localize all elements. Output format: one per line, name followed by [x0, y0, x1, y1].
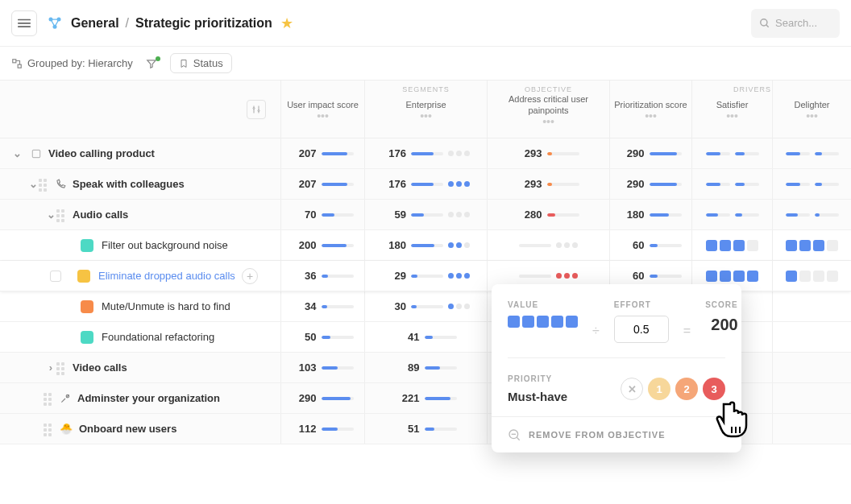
svg-line-18 [517, 437, 519, 440]
popup-value-label: VALUE [508, 300, 578, 309]
app-logo-icon [47, 15, 63, 31]
row-name: Onboard new users [79, 423, 176, 435]
table-row[interactable]: Filter out background noise 200 180 60 [0, 230, 851, 261]
chevron-right-icon[interactable]: › [45, 361, 56, 374]
menu-button[interactable] [11, 10, 37, 36]
row-checkbox[interactable] [50, 271, 61, 282]
status-square-icon [81, 239, 93, 252]
row-name: Mute/Unmute is hard to find [102, 300, 230, 312]
add-button[interactable]: + [242, 268, 258, 284]
divide-icon: ÷ [592, 324, 600, 343]
drag-handle-icon[interactable] [44, 393, 55, 404]
popup-priority-label: PRIORITY [508, 374, 567, 383]
row-name: Speak with colleagues [73, 178, 185, 190]
table-row[interactable]: ⌄ Video calling product 207 176 293 290 [0, 138, 851, 169]
bookmark-icon [179, 59, 189, 68]
row-name: Adminster your organization [77, 392, 220, 404]
equals-icon: = [683, 324, 691, 343]
row-name: Filter out background noise [102, 239, 228, 251]
column-header-impact[interactable]: User impact score ••• [281, 81, 365, 138]
drag-handle-icon[interactable] [56, 209, 68, 221]
svg-rect-0 [18, 19, 31, 20]
product-icon [31, 148, 42, 159]
grouped-by-control[interactable]: Grouped by: Hierarchy [11, 57, 133, 69]
table-row[interactable]: ⌄ Audio calls 70 59 280 180 [0, 200, 851, 230]
remove-icon [508, 428, 521, 441]
priority-clear-button[interactable]: ✕ [621, 378, 643, 400]
column-menu-icon[interactable]: ••• [317, 114, 329, 118]
search-placeholder: Search... [775, 17, 817, 29]
breadcrumb-root[interactable]: General [71, 16, 119, 31]
status-label: Status [193, 57, 223, 69]
breadcrumb-page[interactable]: Strategic prioritization [135, 16, 272, 31]
column-menu-icon[interactable]: ••• [420, 114, 432, 118]
breadcrumb: General / Strategic prioritization [71, 16, 272, 31]
column-menu-icon[interactable]: ••• [645, 114, 657, 118]
svg-rect-2 [18, 26, 31, 27]
chevron-down-icon[interactable]: ⌄ [11, 147, 23, 159]
column-menu-icon[interactable]: ••• [806, 114, 818, 118]
svg-rect-1 [18, 23, 31, 24]
column-header-satisfier[interactable]: DRIVERS Satisfier ••• [692, 81, 773, 138]
row-name: Video calls [73, 361, 127, 374]
tools-icon [60, 393, 71, 404]
row-name: Foundational refactoring [102, 331, 214, 343]
priority-2-button[interactable]: 2 [675, 378, 698, 400]
priority-1-button[interactable]: 1 [648, 378, 670, 400]
svg-rect-9 [18, 64, 21, 68]
chevron-down-icon[interactable]: ⌄ [45, 209, 56, 221]
search-icon [759, 18, 770, 29]
svg-point-6 [761, 19, 767, 25]
popup-effort-label: EFFORT [614, 300, 669, 309]
column-header-delighter[interactable]: Delighter ••• [773, 81, 851, 138]
value-squares[interactable] [508, 316, 578, 328]
drag-handle-icon[interactable] [44, 423, 55, 435]
row-name: Video calling product [48, 147, 155, 159]
remove-from-objective-button[interactable]: REMOVE FROM OBJECTIVE [492, 416, 741, 452]
phone-icon [55, 179, 66, 190]
filter-button[interactable] [146, 58, 157, 69]
grouped-by-label: Grouped by: Hierarchy [27, 57, 133, 69]
priority-3-button[interactable]: 3 [703, 378, 725, 400]
column-header-objective[interactable]: OBJECTIVE Address critical user painpoin… [488, 81, 610, 138]
svg-rect-14 [32, 150, 39, 157]
table-row[interactable]: ⌄ Speak with colleagues 207 176 293 290 [0, 169, 851, 200]
onboard-icon: 🐣 [60, 423, 73, 435]
popup-priority-value: Must-have [508, 390, 567, 403]
svg-rect-8 [13, 59, 16, 62]
column-menu-icon[interactable]: ••• [726, 114, 738, 118]
svg-point-12 [253, 107, 255, 109]
column-menu-icon[interactable]: ••• [542, 119, 554, 124]
column-header-enterprise[interactable]: SEGMENTS Enterprise ••• [365, 81, 488, 138]
svg-point-13 [258, 109, 259, 111]
popup-score-label: SCORE [705, 300, 738, 309]
status-square-icon [81, 300, 93, 313]
chevron-down-icon[interactable]: ⌄ [27, 178, 39, 190]
popup-score-value: 200 [705, 316, 738, 334]
row-name[interactable]: Eliminate dropped audio calls [98, 270, 235, 282]
svg-line-7 [766, 24, 769, 27]
status-square-icon [77, 270, 90, 283]
effort-input[interactable] [614, 316, 669, 343]
row-name: Audio calls [73, 209, 128, 221]
prioritization-popup: VALUE ÷ EFFORT = SCORE 200 PRIORITY Must… [492, 284, 741, 452]
status-filter-chip[interactable]: Status [170, 53, 232, 73]
favorite-star-icon[interactable]: ★ [280, 14, 293, 32]
drag-handle-icon[interactable] [39, 179, 50, 190]
hierarchy-icon [11, 58, 23, 69]
column-settings-button[interactable] [247, 100, 266, 119]
funnel-icon [146, 58, 157, 69]
search-input[interactable]: Search... [751, 9, 840, 38]
drag-handle-icon[interactable] [56, 362, 68, 374]
status-square-icon [81, 331, 93, 344]
